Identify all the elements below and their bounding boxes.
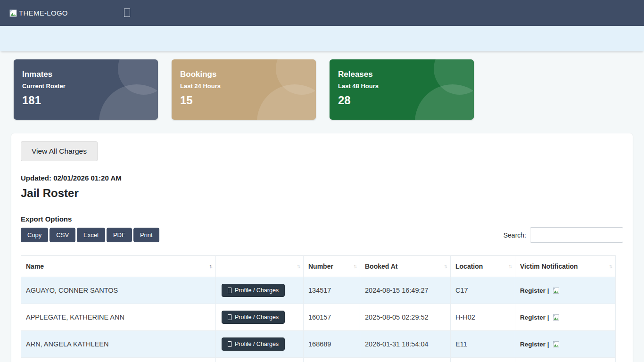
- column-header-victim-notification[interactable]: Victim Notification ↑↓: [515, 256, 616, 277]
- inmate-number: 160157: [304, 304, 360, 331]
- brand-logo-label: THEME-LOGO: [19, 9, 68, 17]
- broken-image-icon[interactable]: [552, 340, 560, 348]
- inmate-number: [304, 358, 360, 362]
- inmate-number: 168689: [304, 331, 360, 358]
- jail-roster-table: Name ↑↓ ↑↓ Number ↑↓ Booked At ↑↓ Locati…: [21, 255, 616, 362]
- booked-at: [360, 358, 451, 362]
- toolbar-row: Copy CSV Excel PDF Print Search:: [21, 227, 623, 243]
- table-row: Profile / Charges: [21, 358, 616, 362]
- profile-charges-button[interactable]: Profile / Charges: [222, 337, 285, 351]
- missing-glyph-icon: [228, 341, 231, 347]
- copy-button[interactable]: Copy: [21, 228, 48, 242]
- card-subtitle: Current Roster: [22, 82, 149, 90]
- top-navbar: THEME-LOGO: [0, 0, 644, 26]
- broken-image-icon[interactable]: [552, 287, 560, 295]
- booked-at: 2025-08-05 02:29:52: [360, 304, 451, 331]
- register-link[interactable]: Register |: [520, 313, 560, 321]
- view-all-charges-button[interactable]: View All Charges: [21, 141, 98, 161]
- card-title: Releases: [338, 70, 465, 79]
- booked-at: 2026-01-31 18:54:04: [360, 331, 451, 358]
- card-value: 181: [22, 94, 149, 107]
- profile-charges-button[interactable]: Profile / Charges: [222, 284, 285, 297]
- card-subtitle: Last 48 Hours: [338, 82, 465, 90]
- card-title: Bookings: [180, 70, 307, 79]
- card-value: 15: [180, 94, 307, 107]
- missing-glyph-icon: [228, 314, 231, 320]
- table-row: ARN, ANGELA KATHLEEN Profile / Charges 1…: [21, 331, 616, 358]
- sidebar-toggle-icon[interactable]: [124, 8, 130, 17]
- booked-at: 2024-08-15 16:49:27: [360, 277, 451, 304]
- sort-icon: ↑↓: [297, 263, 300, 269]
- broken-image-icon[interactable]: [552, 313, 560, 321]
- sort-icon: ↑↓: [209, 263, 212, 269]
- missing-glyph-icon: [228, 288, 231, 293]
- column-header-actions[interactable]: ↑↓: [216, 256, 304, 277]
- stat-cards-row: Inmates Current Roster 181 Bookings Last…: [0, 51, 644, 120]
- inmate-number: 134517: [304, 277, 360, 304]
- inmate-name: [21, 358, 216, 362]
- search-label: Search:: [504, 231, 526, 239]
- column-header-booked-at[interactable]: Booked At ↑↓: [360, 256, 451, 277]
- sort-icon: ↑↓: [509, 263, 512, 269]
- export-buttons-group: Copy CSV Excel PDF Print: [21, 228, 159, 242]
- search-input[interactable]: [530, 227, 623, 243]
- inmate-name: AGUAYO, CONNER SANTOS: [21, 277, 216, 304]
- location: H-H02: [451, 304, 515, 331]
- pdf-button[interactable]: PDF: [107, 228, 132, 242]
- column-header-location[interactable]: Location ↑↓: [451, 256, 515, 277]
- register-link[interactable]: Register |: [520, 287, 560, 295]
- export-options-label: Export Options: [21, 215, 623, 223]
- page-title: Jail Roster: [21, 187, 623, 200]
- sort-icon: ↑↓: [354, 263, 356, 269]
- releases-card: Releases Last 48 Hours 28: [330, 59, 474, 120]
- subheader-band: [0, 26, 644, 51]
- table-row: APPLEGATE, KATHERINE ANN Profile / Charg…: [21, 304, 616, 331]
- location: E11: [451, 331, 515, 358]
- search-area: Search:: [504, 227, 623, 243]
- profile-charges-button[interactable]: Profile / Charges: [222, 311, 285, 324]
- table-header-row: Name ↑↓ ↑↓ Number ↑↓ Booked At ↑↓ Locati…: [21, 256, 616, 277]
- broken-image-icon: [8, 8, 18, 18]
- bookings-card: Bookings Last 24 Hours 15: [172, 59, 316, 120]
- card-title: Inmates: [22, 70, 149, 79]
- updated-timestamp: Updated: 02/01/2026 01:20 AM: [21, 174, 623, 182]
- sort-icon: ↑↓: [444, 263, 447, 269]
- print-button[interactable]: Print: [133, 228, 159, 242]
- inmates-card: Inmates Current Roster 181: [14, 59, 158, 120]
- column-header-number[interactable]: Number ↑↓: [304, 256, 360, 277]
- location: C17: [451, 277, 515, 304]
- inmate-name: APPLEGATE, KATHERINE ANN: [21, 304, 216, 331]
- sort-icon: ↑↓: [609, 263, 612, 269]
- excel-button[interactable]: Excel: [77, 228, 105, 242]
- table-row: AGUAYO, CONNER SANTOS Profile / Charges …: [21, 277, 616, 304]
- card-subtitle: Last 24 Hours: [180, 82, 307, 90]
- roster-content-card: View All Charges Updated: 02/01/2026 01:…: [11, 133, 633, 362]
- inmate-name: ARN, ANGELA KATHLEEN: [21, 331, 216, 358]
- column-header-name[interactable]: Name ↑↓: [21, 256, 216, 277]
- register-link[interactable]: Register |: [520, 340, 560, 348]
- location: [451, 358, 515, 362]
- brand-logo[interactable]: THEME-LOGO: [8, 8, 68, 18]
- card-value: 28: [338, 94, 465, 107]
- csv-button[interactable]: CSV: [50, 228, 75, 242]
